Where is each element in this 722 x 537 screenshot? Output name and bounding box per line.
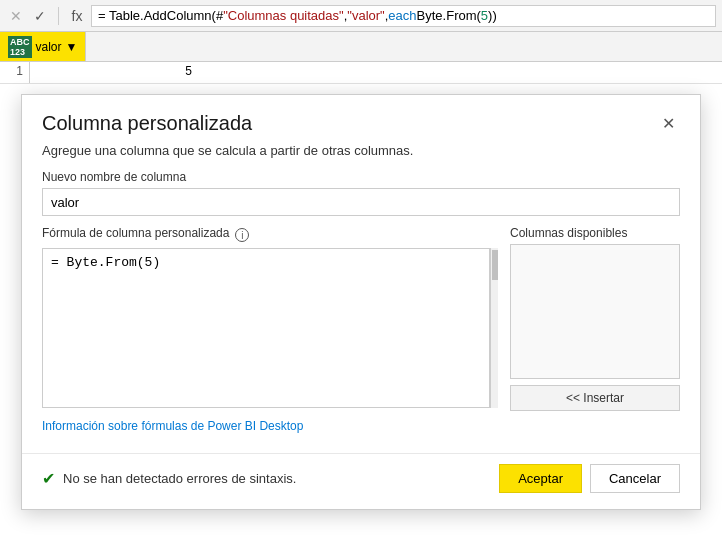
formula-left: Fórmula de columna personalizada i [42,226,498,411]
dialog-body: Nuevo nombre de columna Fórmula de colum… [22,170,700,445]
check-icon[interactable]: ✓ [30,6,50,26]
info-link[interactable]: Información sobre fórmulas de Power BI D… [42,419,303,433]
formula-section: Fórmula de columna personalizada i Colu [42,226,680,411]
dialog-subtitle: Agregue una columna que se calcula a par… [22,143,700,170]
formula-string1: "Columnas quitadas" [223,8,344,23]
close-icon[interactable]: ✕ [6,6,26,26]
formula-function: Byte.From( [417,8,481,23]
row-number: 1 [0,62,30,83]
formula-bar: = Table.AddColumn(#"Columnas quitadas", … [91,5,716,27]
toolbar-divider [58,7,59,25]
dialog-title: Columna personalizada [42,112,252,135]
formula-info-icon[interactable]: i [235,228,249,242]
formula-string2: "valor" [347,8,384,23]
formula-label: Fórmula de columna personalizada [42,226,229,240]
status-check-icon: ✔ [42,469,55,488]
dialog-header: Columna personalizada ✕ [22,95,700,143]
formula-each: each [388,8,416,23]
formula-label-row: Fórmula de columna personalizada i [42,226,498,244]
column-name: valor [36,40,62,54]
custom-column-dialog: Columna personalizada ✕ Agregue una colu… [21,94,701,510]
data-row-1: 1 5 [0,62,722,84]
data-cell-value: 5 [30,62,200,83]
column-dropdown-icon[interactable]: ▼ [66,40,78,54]
formula-right: Columnas disponibles << Insertar [510,226,680,411]
available-columns-label: Columnas disponibles [510,226,680,240]
column-header-row: ABC123 valor ▼ [0,32,722,62]
status-text: No se han detectado errores de sintaxis. [63,471,296,486]
column-name-input[interactable] [42,188,680,216]
insert-button[interactable]: << Insertar [510,385,680,411]
formula-textarea[interactable] [42,248,490,408]
formula-wrapper [42,248,498,411]
formula-close: )) [488,8,497,23]
formula-scrollbar[interactable] [490,248,498,408]
available-columns-list[interactable] [510,244,680,379]
formula-number: 5 [481,8,488,23]
cancel-button[interactable]: Cancelar [590,464,680,493]
formula-prefix: = Table.AddColumn(# [98,8,223,23]
toolbar: ✕ ✓ fx = Table.AddColumn(#"Columnas quit… [0,0,722,32]
main-area: Columna personalizada ✕ Agregue una colu… [0,84,722,537]
dialog-close-button[interactable]: ✕ [656,111,680,135]
status-area: ✔ No se han detectado errores de sintaxi… [42,469,296,488]
dialog-footer: ✔ No se han detectado errores de sintaxi… [22,453,700,509]
column-name-label: Nuevo nombre de columna [42,170,680,184]
dialog-buttons: Aceptar Cancelar [499,464,680,493]
column-header-valor[interactable]: ABC123 valor ▼ [0,32,86,61]
formula-scrollbar-thumb [492,250,498,280]
column-type-icon: ABC123 [8,36,32,58]
fx-label: fx [67,6,87,26]
accept-button[interactable]: Aceptar [499,464,582,493]
dialog-overlay: Columna personalizada ✕ Agregue una colu… [0,84,722,537]
